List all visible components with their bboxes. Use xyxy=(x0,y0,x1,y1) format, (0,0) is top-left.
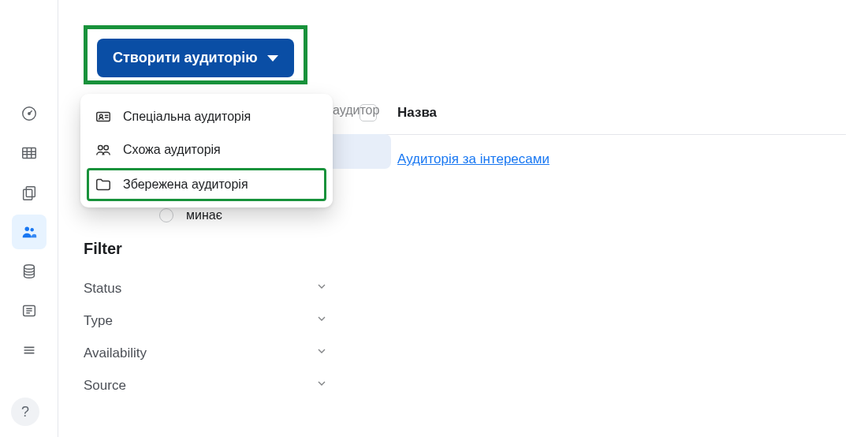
create-audience-button[interactable]: Створити аудиторію xyxy=(97,39,294,77)
svg-point-11 xyxy=(99,146,102,151)
coins-icon xyxy=(20,263,38,280)
filter-row-label: Status xyxy=(84,281,121,297)
filter-source[interactable]: Source xyxy=(84,369,328,402)
nav-copy[interactable] xyxy=(12,175,47,210)
table-row: Аудиторія за інтересами xyxy=(339,135,846,184)
highlight-create: Створити аудиторію xyxy=(84,25,307,84)
create-audience-label: Створити аудиторію xyxy=(113,50,258,66)
id-card-icon xyxy=(95,108,112,125)
dropdown-item-label: Збережена аудиторія xyxy=(123,177,248,192)
search-input-peek: аудитор xyxy=(333,103,379,118)
table-header: Назва xyxy=(339,87,846,135)
gauge-icon xyxy=(20,105,38,122)
chevron-down-icon xyxy=(315,345,328,361)
chevron-down-icon xyxy=(315,377,328,394)
filter-type[interactable]: Type xyxy=(84,304,328,337)
expiring-radio-row[interactable]: минає xyxy=(159,208,222,222)
filter-status[interactable]: Status xyxy=(84,272,328,304)
nav-rail: ? xyxy=(0,0,58,437)
chevron-down-icon xyxy=(315,280,328,297)
filter-row-label: Type xyxy=(84,313,113,329)
dropdown-item-label: Схожа аудиторія xyxy=(123,143,221,157)
svg-rect-2 xyxy=(22,148,35,159)
filter-availability[interactable]: Availability xyxy=(84,337,328,369)
dropdown-saved-audience[interactable]: Збережена аудиторія xyxy=(87,168,326,201)
caret-down-icon xyxy=(267,55,278,62)
chevron-down-icon xyxy=(315,312,328,329)
help-button[interactable]: ? xyxy=(11,398,39,426)
lookalike-icon xyxy=(95,141,112,159)
create-audience-dropdown: Спеціальна аудиторія Схожа аудиторія Збе… xyxy=(80,94,333,207)
nav-news[interactable] xyxy=(12,293,47,328)
svg-rect-3 xyxy=(26,187,35,197)
dropdown-item-label: Спеціальна аудиторія xyxy=(123,110,251,124)
nav-dashboard[interactable] xyxy=(12,96,47,131)
nav-billing[interactable] xyxy=(12,254,47,289)
nav-table[interactable] xyxy=(12,136,47,170)
svg-point-6 xyxy=(30,228,33,231)
help-label: ? xyxy=(21,404,29,420)
selected-filter-peek xyxy=(333,134,391,169)
nav-audiences[interactable] xyxy=(12,215,47,249)
copy-icon xyxy=(20,184,38,201)
nav-menu[interactable] xyxy=(12,333,47,368)
audience-name-link[interactable]: Аудиторія за інтересами xyxy=(397,151,549,167)
dropdown-lookalike-audience[interactable]: Схожа аудиторія xyxy=(87,133,326,166)
filter-row-label: Source xyxy=(84,378,126,394)
svg-rect-4 xyxy=(23,189,32,200)
column-header-name: Назва xyxy=(397,105,437,121)
svg-rect-9 xyxy=(97,113,110,121)
svg-point-1 xyxy=(28,113,29,114)
table-icon xyxy=(20,144,38,162)
filter-row-label: Availability xyxy=(84,345,147,361)
filter-section: Filter Status Type Availability xyxy=(84,240,328,402)
svg-point-12 xyxy=(104,146,109,151)
folder-icon xyxy=(95,176,112,193)
people-icon xyxy=(20,223,38,241)
svg-point-10 xyxy=(99,114,102,118)
filter-title: Filter xyxy=(84,240,328,258)
expiring-radio-label: минає xyxy=(186,208,222,222)
svg-point-5 xyxy=(24,227,29,232)
newspaper-icon xyxy=(20,302,38,319)
svg-point-7 xyxy=(24,265,34,270)
menu-icon xyxy=(20,342,38,359)
dropdown-custom-audience[interactable]: Спеціальна аудиторія xyxy=(87,100,326,133)
radio-icon xyxy=(159,208,173,222)
